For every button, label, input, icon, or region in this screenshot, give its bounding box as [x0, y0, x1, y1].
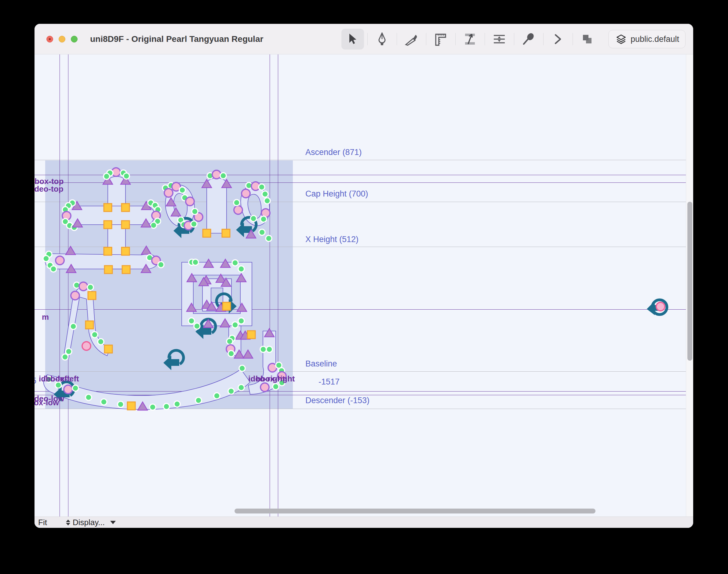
offcurve-point[interactable]	[92, 332, 98, 338]
layer-name-label: public.default	[631, 35, 679, 44]
tangent-point[interactable]	[88, 292, 96, 299]
inspect-tool-button[interactable]	[517, 29, 540, 49]
offcurve-point[interactable]	[238, 266, 244, 272]
offcurve-point[interactable]	[192, 208, 198, 214]
layer-selector[interactable]: public.default	[608, 30, 686, 48]
offcurve-point[interactable]	[103, 173, 109, 179]
offcurve-point[interactable]	[191, 221, 197, 227]
offcurve-point[interactable]	[228, 351, 234, 357]
smooth-point[interactable]	[261, 383, 269, 392]
offcurve-point[interactable]	[62, 354, 68, 360]
offcurve-point[interactable]	[195, 397, 201, 404]
offcurve-point[interactable]	[260, 346, 266, 353]
offcurve-point[interactable]	[266, 346, 272, 353]
offcurve-point[interactable]	[158, 262, 164, 268]
offcurve-point[interactable]	[220, 173, 226, 179]
smooth-point[interactable]	[56, 256, 64, 265]
offcurve-point[interactable]	[164, 404, 170, 410]
minimize-window-button[interactable]	[59, 36, 65, 42]
offcurve-point[interactable]	[150, 404, 156, 410]
start-point[interactable]	[82, 342, 91, 350]
offcurve-point[interactable]	[259, 229, 265, 235]
offcurve-point[interactable]	[50, 266, 56, 272]
glyph-editor-window: uni8D9F - Original Pearl Tangyuan Regula…	[35, 24, 693, 528]
smooth-point[interactable]	[212, 170, 221, 179]
smooth-point[interactable]	[234, 206, 242, 214]
offcurve-point[interactable]	[214, 393, 220, 399]
more-tools-button[interactable]	[547, 29, 569, 49]
transform-tool-button[interactable]	[459, 29, 481, 49]
tangent-point[interactable]	[104, 204, 112, 211]
selection-tool-button[interactable]	[342, 29, 364, 49]
tangent-point[interactable]	[203, 229, 211, 237]
offcurve-point[interactable]	[188, 318, 194, 324]
zoom-fit-label[interactable]: Fit	[38, 518, 47, 527]
close-window-button[interactable]	[46, 36, 53, 42]
vertical-scrollbar-thumb[interactable]	[687, 202, 692, 361]
offcurve-point[interactable]	[98, 339, 104, 345]
offcurve-point[interactable]	[238, 318, 244, 324]
tangent-point[interactable]	[122, 265, 130, 274]
smooth-point[interactable]	[164, 189, 173, 197]
offcurve-point[interactable]	[232, 322, 238, 328]
glyph-canvas[interactable]: Ascender (871)Cap Height (700)X Height (…	[35, 54, 693, 517]
tangent-point[interactable]	[122, 204, 130, 211]
tangent-point[interactable]	[86, 321, 93, 329]
metric-label: Baseline	[305, 359, 337, 369]
offcurve-point[interactable]	[66, 348, 72, 355]
tangent-point[interactable]	[122, 221, 130, 229]
zoom-window-button[interactable]	[71, 36, 78, 42]
tangent-point[interactable]	[223, 302, 231, 310]
offcurve-point[interactable]	[227, 338, 233, 344]
offcurve-point[interactable]	[264, 198, 270, 204]
tangent-point[interactable]	[222, 229, 230, 237]
horizontal-scrollbar-thumb[interactable]	[234, 508, 595, 514]
offcurve-point[interactable]	[87, 284, 93, 290]
tangent-point[interactable]	[104, 265, 112, 274]
corner-point[interactable]	[243, 350, 253, 358]
tangent-point[interactable]	[104, 221, 112, 229]
smooth-point[interactable]	[71, 291, 79, 300]
offcurve-point[interactable]	[238, 384, 244, 391]
offcurve-point[interactable]	[194, 323, 200, 329]
tangent-point[interactable]	[122, 247, 130, 255]
smooth-point[interactable]	[64, 385, 73, 394]
offcurve-point[interactable]	[273, 383, 279, 390]
metric-label: Cap Height (700)	[305, 189, 368, 199]
knife-tool-button[interactable]	[400, 29, 423, 49]
offcurve-point[interactable]	[174, 401, 180, 407]
offcurve-point[interactable]	[266, 235, 272, 241]
spacing-tool-button[interactable]	[488, 29, 511, 49]
corner-point[interactable]	[66, 246, 76, 255]
offcurve-point[interactable]	[234, 200, 240, 206]
tangent-point[interactable]	[247, 331, 255, 339]
components-toggle-button[interactable]	[576, 29, 598, 49]
offcurve-point[interactable]	[123, 173, 130, 179]
tangent-point[interactable]	[104, 247, 112, 255]
offcurve-point[interactable]	[86, 394, 92, 400]
offcurve-point[interactable]	[232, 260, 238, 266]
offcurve-point[interactable]	[101, 399, 107, 405]
offcurve-point[interactable]	[228, 388, 234, 394]
smooth-point[interactable]	[186, 197, 194, 206]
offcurve-point[interactable]	[239, 365, 245, 371]
offcurve-point[interactable]	[251, 215, 257, 221]
display-dropdown[interactable]: Display...	[66, 518, 116, 527]
offcurve-point[interactable]	[262, 191, 268, 197]
offcurve-point[interactable]	[70, 323, 76, 329]
tangent-point[interactable]	[127, 402, 135, 410]
pen-tool-button[interactable]	[371, 29, 393, 49]
offcurve-point[interactable]	[179, 187, 185, 193]
offcurve-point[interactable]	[43, 255, 49, 262]
offcurve-point[interactable]	[261, 216, 267, 222]
measure-tool-button[interactable]	[429, 29, 452, 49]
offcurve-point[interactable]	[73, 385, 79, 391]
start-point[interactable]	[656, 302, 665, 311]
offcurve-point[interactable]	[259, 184, 265, 190]
corner-point[interactable]	[141, 246, 151, 254]
offcurve-point[interactable]	[192, 259, 198, 265]
smooth-point[interactable]	[241, 189, 250, 198]
tangent-point[interactable]	[104, 345, 112, 353]
offcurve-point[interactable]	[118, 401, 124, 407]
smooth-point[interactable]	[79, 282, 88, 291]
